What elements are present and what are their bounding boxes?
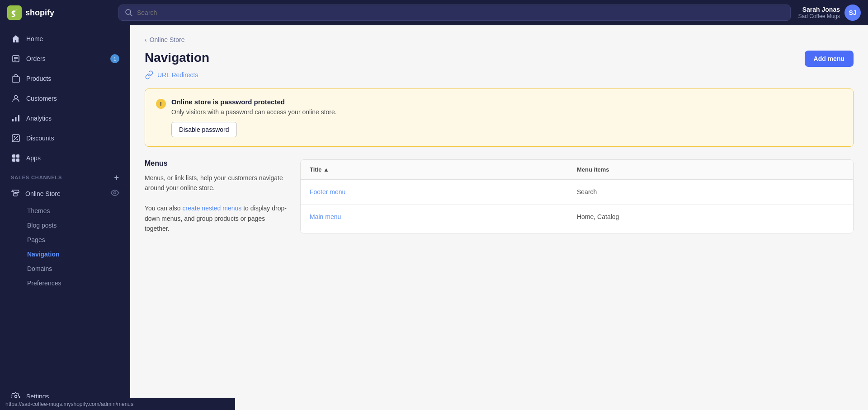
sidebar-item-products[interactable]: Products	[4, 69, 127, 88]
breadcrumb-chevron: ‹	[145, 36, 147, 43]
url-redirects-link[interactable]: URL Redirects	[145, 70, 854, 79]
url-redirects-label: URL Redirects	[157, 71, 198, 79]
sidebar-item-analytics[interactable]: Analytics	[4, 109, 127, 128]
user-name: Sarah Jonas	[798, 6, 840, 13]
svg-rect-16	[12, 154, 15, 158]
warning-content: Online store is password protected Only …	[171, 98, 842, 137]
row-main-menu-items: Home, Catalog	[577, 213, 844, 220]
customers-icon	[11, 93, 21, 103]
avatar: SJ	[844, 5, 861, 21]
logo-text: shopify	[25, 8, 54, 18]
svg-point-8	[14, 96, 18, 99]
menus-table: Title ▲ Menu items Footer menu Search Ma…	[300, 159, 854, 233]
status-bar: https://sad-coffee-mugs.myshopify.com/ad…	[0, 398, 235, 410]
table-header: Title ▲ Menu items	[301, 160, 853, 180]
row-footer-menu-title: Footer menu	[310, 188, 577, 196]
user-area[interactable]: Sarah Jonas Sad Coffee Mugs SJ	[798, 5, 861, 21]
sales-channels-label: SALES CHANNELS +	[0, 168, 130, 183]
main-menu-link[interactable]: Main menu	[310, 213, 341, 220]
warning-banner: ! Online store is password protected Onl…	[145, 89, 854, 147]
logo[interactable]: shopify	[7, 5, 111, 20]
sidebar-label-orders: Orders	[26, 55, 46, 62]
sidebar-item-blog-posts[interactable]: Blog posts	[4, 218, 127, 233]
analytics-icon	[11, 113, 21, 123]
svg-rect-9	[12, 119, 14, 121]
svg-point-21	[114, 192, 116, 194]
svg-rect-0	[7, 5, 22, 20]
sidebar: Home Orders 1 Products Customers	[0, 25, 130, 410]
home-icon	[11, 34, 21, 44]
page-title: Navigation	[145, 51, 209, 65]
sidebar-label-analytics: Analytics	[26, 115, 52, 122]
svg-rect-17	[16, 154, 19, 158]
svg-rect-11	[18, 115, 19, 121]
sidebar-item-apps[interactable]: Apps	[4, 149, 127, 168]
warning-icon: !	[156, 99, 166, 109]
orders-badge: 1	[110, 54, 119, 63]
col-title-header: Title ▲	[310, 166, 577, 173]
row-footer-menu-items: Search	[577, 188, 844, 196]
table-row[interactable]: Footer menu Search	[301, 180, 853, 205]
col-items-header: Menu items	[577, 166, 844, 173]
sidebar-item-navigation[interactable]: Navigation	[4, 247, 127, 261]
svg-rect-19	[16, 158, 19, 162]
apps-icon	[11, 153, 21, 163]
menus-section: Menus Menus, or link lists, help your cu…	[145, 159, 854, 233]
svg-rect-7	[12, 77, 19, 82]
sidebar-item-preferences[interactable]: Preferences	[4, 276, 127, 290]
footer-menu-link[interactable]: Footer menu	[310, 188, 345, 196]
disable-password-button[interactable]: Disable password	[171, 122, 237, 137]
sidebar-item-pages[interactable]: Pages	[4, 233, 127, 247]
products-icon	[11, 74, 21, 84]
search-bar[interactable]	[118, 5, 791, 21]
table-row[interactable]: Main menu Home, Catalog	[301, 205, 853, 229]
sidebar-label-customers: Customers	[26, 95, 57, 102]
breadcrumb[interactable]: ‹ Online Store	[145, 36, 854, 43]
top-header: shopify Sarah Jonas Sad Coffee Mugs SJ	[0, 0, 868, 25]
add-menu-button[interactable]: Add menu	[805, 51, 854, 67]
menus-description: Menus Menus, or link lists, help your cu…	[145, 159, 289, 233]
search-icon	[124, 8, 133, 17]
discounts-icon	[11, 133, 21, 143]
sidebar-label-discounts: Discounts	[26, 135, 54, 142]
row-main-menu-title: Main menu	[310, 213, 577, 221]
svg-rect-20	[14, 193, 17, 196]
sidebar-item-home[interactable]: Home	[4, 29, 127, 48]
status-url: https://sad-coffee-mugs.myshopify.com/ad…	[5, 401, 133, 407]
warning-text: Only visitors with a password can access…	[171, 108, 842, 116]
svg-point-13	[17, 139, 18, 140]
svg-line-2	[130, 14, 132, 16]
menus-heading: Menus	[145, 159, 289, 168]
eye-icon[interactable]	[110, 188, 119, 199]
create-nested-menus-link[interactable]: create nested menus	[183, 205, 242, 212]
svg-point-22	[15, 396, 17, 398]
sidebar-item-customers[interactable]: Customers	[4, 89, 127, 108]
shopify-logo-icon	[7, 5, 22, 20]
sidebar-item-domains[interactable]: Domains	[4, 261, 127, 276]
svg-point-12	[14, 136, 15, 138]
svg-rect-10	[15, 117, 17, 121]
svg-rect-18	[12, 158, 15, 162]
main-content: ‹ Online Store Navigation Add menu URL R…	[130, 25, 868, 410]
add-sales-channel-button[interactable]: +	[114, 173, 119, 182]
user-info: Sarah Jonas Sad Coffee Mugs	[798, 6, 840, 19]
online-store-icon	[11, 188, 20, 199]
search-input[interactable]	[137, 9, 785, 16]
breadcrumb-parent: Online Store	[150, 36, 185, 43]
page-header: Navigation Add menu	[145, 51, 854, 67]
sidebar-label-online-store: Online Store	[25, 190, 61, 197]
sidebar-item-orders[interactable]: Orders 1	[4, 49, 127, 68]
sidebar-label-apps: Apps	[26, 154, 41, 162]
sidebar-label-home: Home	[26, 35, 43, 42]
link-icon	[145, 70, 154, 79]
warning-title: Online store is password protected	[171, 98, 842, 106]
sidebar-label-products: Products	[26, 75, 51, 82]
menus-description-text: Menus, or link lists, help your customer…	[145, 173, 289, 233]
sidebar-item-discounts[interactable]: Discounts	[4, 129, 127, 148]
main-layout: Home Orders 1 Products Customers	[0, 25, 868, 410]
sidebar-item-themes[interactable]: Themes	[4, 204, 127, 218]
sidebar-item-online-store[interactable]: Online Store	[4, 184, 127, 203]
user-store: Sad Coffee Mugs	[798, 13, 840, 19]
orders-icon	[11, 54, 21, 64]
